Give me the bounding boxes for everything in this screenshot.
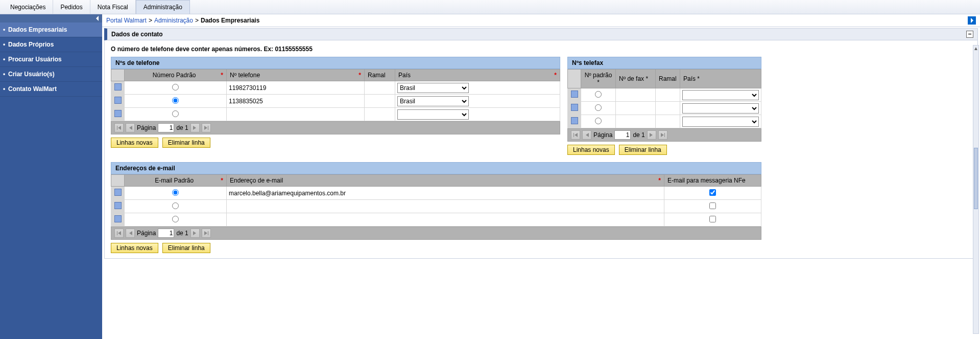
pager-last-icon[interactable]: [202, 123, 211, 132]
phone-col-pais: País*: [395, 70, 560, 81]
email-table: Endereços de e-mail E-mail Padrão* Ender…: [111, 162, 761, 253]
phone-ramal-input[interactable]: [367, 111, 393, 118]
table-row: [111, 187, 761, 200]
pager-first-icon[interactable]: [114, 229, 124, 238]
email-col-select: [111, 175, 125, 187]
email-address-input[interactable]: [229, 203, 662, 210]
pager-first-icon[interactable]: [114, 123, 124, 132]
section-collapse-icon[interactable]: –: [966, 31, 973, 38]
linhas-novas-button[interactable]: Linhas novas: [111, 243, 158, 253]
row-select-checkbox[interactable]: [571, 104, 578, 111]
eliminar-linha-button[interactable]: Eliminar linha: [619, 145, 667, 155]
table-row: [568, 115, 761, 128]
pager-next-icon[interactable]: [190, 123, 200, 132]
sidebar-item-criar-usuarios[interactable]: Criar Usuário(s): [0, 67, 102, 82]
scrollbar-thumb[interactable]: [974, 148, 978, 209]
scroll-up-icon[interactable]: ▲: [973, 46, 978, 51]
row-select-checkbox[interactable]: [114, 189, 122, 196]
sidebar-item-procurar-usuarios[interactable]: Procurar Usuários: [0, 52, 102, 67]
phone-pais-select[interactable]: Brasil: [397, 96, 469, 106]
phone-pais-select[interactable]: [397, 109, 469, 120]
pager-page-input[interactable]: [158, 229, 174, 238]
fax-number-input[interactable]: [618, 92, 653, 99]
email-nfe-checkbox[interactable]: [709, 189, 716, 196]
phone-pager: Página de 1: [111, 121, 560, 134]
fax-pais-select[interactable]: [682, 103, 759, 114]
pager-prev-icon[interactable]: [126, 229, 135, 238]
vertical-scrollbar[interactable]: ▲: [973, 45, 979, 334]
pager-next-icon[interactable]: [190, 229, 200, 238]
breadcrumb-mid[interactable]: Administração: [154, 17, 193, 24]
top-nav: Negociações Pedidos Nota Fiscal Administ…: [0, 0, 980, 14]
fax-padrao-radio[interactable]: [595, 91, 602, 98]
email-address-input[interactable]: [229, 216, 662, 223]
fax-number-input[interactable]: [618, 105, 653, 112]
row-select-checkbox[interactable]: [114, 83, 122, 91]
phone-padrao-radio[interactable]: [172, 110, 179, 117]
fax-ramal-input[interactable]: [658, 92, 678, 99]
breadcrumb-root[interactable]: Portal Walmart: [106, 17, 147, 24]
tab-nota-fiscal[interactable]: Nota Fiscal: [90, 0, 136, 14]
email-address-input[interactable]: [229, 190, 662, 197]
pager-prev-icon[interactable]: [126, 123, 135, 132]
phone-col-padrao: Número Padrão*: [125, 70, 227, 81]
phone-ramal-input[interactable]: [367, 98, 393, 105]
pager-page-input[interactable]: [614, 130, 631, 140]
email-nfe-checkbox[interactable]: [709, 202, 716, 209]
sidebar-item-contato-walmart[interactable]: Contato WalMart: [0, 82, 102, 97]
row-select-checkbox[interactable]: [114, 97, 122, 104]
phone-number-input[interactable]: [229, 111, 362, 118]
fax-ramal-input[interactable]: [658, 118, 678, 125]
tab-pedidos[interactable]: Pedidos: [53, 0, 90, 14]
email-padrao-radio[interactable]: [172, 216, 179, 222]
row-select-checkbox[interactable]: [114, 202, 122, 209]
section-body: O número de telefone deve conter apenas …: [104, 40, 978, 259]
eliminar-linha-button[interactable]: Eliminar linha: [162, 138, 210, 148]
row-select-checkbox[interactable]: [114, 215, 122, 222]
linhas-novas-button[interactable]: Linhas novas: [567, 145, 615, 155]
tab-administracao[interactable]: Administração: [136, 0, 190, 14]
pager-last-icon[interactable]: [658, 130, 667, 140]
pager-last-icon[interactable]: [202, 229, 211, 238]
fax-padrao-radio[interactable]: [595, 118, 602, 124]
email-col-padrao: E-mail Padrão*: [125, 175, 227, 187]
fax-number-input[interactable]: [618, 118, 653, 125]
hint-text: O número de telefone deve conter apenas …: [111, 46, 971, 53]
fax-ramal-input[interactable]: [658, 105, 678, 112]
email-padrao-radio[interactable]: [172, 189, 179, 196]
phone-number-input[interactable]: [229, 98, 362, 105]
email-nfe-checkbox[interactable]: [709, 216, 716, 222]
phone-number-input[interactable]: [229, 84, 362, 92]
fax-pais-select[interactable]: [682, 117, 759, 127]
row-select-checkbox[interactable]: [571, 91, 578, 98]
pager-prev-icon[interactable]: [582, 130, 591, 140]
phone-pais-select[interactable]: Brasil: [397, 83, 469, 93]
pager-first-icon[interactable]: [571, 130, 580, 140]
phone-col-ramal: Ramal: [365, 70, 395, 81]
linhas-novas-button[interactable]: Linhas novas: [111, 138, 158, 148]
breadcrumb-sep: >: [195, 17, 199, 24]
expand-icon[interactable]: [968, 16, 976, 25]
pager-next-icon[interactable]: [647, 130, 656, 140]
pager-total: de 1: [176, 230, 188, 237]
phone-col-telefone: Nº telefone*: [227, 70, 365, 81]
fax-padrao-radio[interactable]: [595, 104, 602, 111]
fax-col-pais: País *: [680, 70, 761, 88]
phone-ramal-input[interactable]: [367, 84, 393, 92]
tab-negociacoes[interactable]: Negociações: [3, 0, 53, 14]
email-padrao-radio[interactable]: [172, 202, 179, 209]
eliminar-linha-button[interactable]: Eliminar linha: [162, 243, 210, 253]
sidebar-item-dados-proprios[interactable]: Dados Próprios: [0, 37, 102, 52]
row-select-checkbox[interactable]: [571, 117, 578, 124]
pager-total: de 1: [633, 131, 644, 139]
fax-pais-select[interactable]: [682, 90, 759, 100]
phone-padrao-radio[interactable]: [172, 84, 179, 91]
table-row: [111, 108, 560, 121]
sidebar-collapse-icon[interactable]: [0, 14, 102, 22]
section-title: Dados de contato: [111, 31, 163, 38]
pager-page-input[interactable]: [158, 123, 174, 132]
table-row: [568, 102, 761, 115]
sidebar-item-dados-empresariais[interactable]: Dados Empresariais: [0, 22, 102, 37]
phone-padrao-radio[interactable]: [172, 97, 179, 104]
row-select-checkbox[interactable]: [114, 110, 122, 117]
